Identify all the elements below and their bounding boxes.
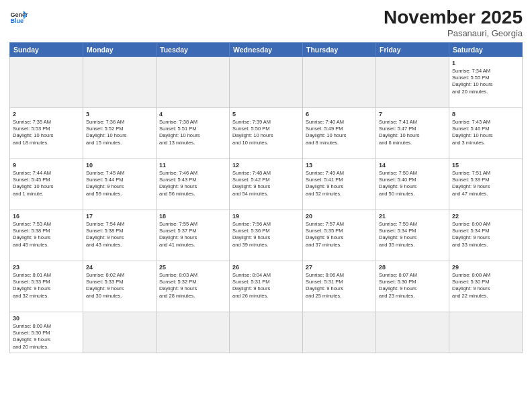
day-number: 9 <box>13 161 80 169</box>
day-info: Sunrise: 7:36 AM Sunset: 5:52 PM Dayligh… <box>86 119 153 146</box>
calendar-day-cell: 25Sunrise: 8:03 AM Sunset: 5:32 PM Dayli… <box>157 261 230 312</box>
calendar-day-cell: 11Sunrise: 7:46 AM Sunset: 5:43 PM Dayli… <box>157 159 230 210</box>
calendar-day-cell <box>230 312 303 353</box>
day-info: Sunrise: 8:04 AM Sunset: 5:31 PM Dayligh… <box>232 272 300 300</box>
day-number: 28 <box>379 263 446 271</box>
day-number: 18 <box>159 212 226 220</box>
calendar-day-cell: 14Sunrise: 7:50 AM Sunset: 5:40 PM Dayli… <box>376 159 449 210</box>
day-info: Sunrise: 8:00 AM Sunset: 5:34 PM Dayligh… <box>452 221 519 248</box>
day-number: 1 <box>452 59 519 67</box>
logo-icon: General Blue <box>9 7 28 26</box>
calendar-day-cell: 30Sunrise: 8:09 AM Sunset: 5:30 PM Dayli… <box>10 312 83 353</box>
calendar-day-cell: 9Sunrise: 7:44 AM Sunset: 5:45 PM Daylig… <box>10 159 83 210</box>
day-number: 8 <box>452 110 519 118</box>
calendar-day-cell: 22Sunrise: 8:00 AM Sunset: 5:34 PM Dayli… <box>449 210 523 261</box>
calendar-day-cell: 24Sunrise: 8:02 AM Sunset: 5:33 PM Dayli… <box>83 261 157 312</box>
day-info: Sunrise: 7:50 AM Sunset: 5:40 PM Dayligh… <box>379 170 446 197</box>
day-number: 10 <box>86 161 153 169</box>
calendar: Sunday Monday Tuesday Wednesday Thursday… <box>9 42 523 353</box>
calendar-day-cell: 21Sunrise: 7:59 AM Sunset: 5:34 PM Dayli… <box>376 210 449 261</box>
day-info: Sunrise: 7:40 AM Sunset: 5:49 PM Dayligh… <box>306 119 373 146</box>
calendar-day-cell: 29Sunrise: 8:08 AM Sunset: 5:30 PM Dayli… <box>449 261 523 312</box>
calendar-day-cell: 7Sunrise: 7:41 AM Sunset: 5:47 PM Daylig… <box>376 108 449 159</box>
calendar-day-cell <box>10 57 83 108</box>
day-number: 23 <box>13 263 80 271</box>
day-number: 12 <box>232 161 300 169</box>
day-number: 14 <box>379 161 446 169</box>
calendar-day-cell <box>157 57 230 108</box>
day-info: Sunrise: 8:03 AM Sunset: 5:32 PM Dayligh… <box>159 272 226 300</box>
day-info: Sunrise: 7:44 AM Sunset: 5:45 PM Dayligh… <box>13 170 80 197</box>
logo: General Blue <box>9 7 28 26</box>
week-row-3: 9Sunrise: 7:44 AM Sunset: 5:45 PM Daylig… <box>10 159 523 210</box>
day-number: 7 <box>379 110 446 118</box>
day-info: Sunrise: 7:53 AM Sunset: 5:38 PM Dayligh… <box>13 221 80 248</box>
day-info: Sunrise: 7:48 AM Sunset: 5:42 PM Dayligh… <box>232 170 300 197</box>
header-sunday: Sunday <box>10 43 83 57</box>
calendar-day-cell <box>449 312 523 353</box>
week-row-2: 2Sunrise: 7:35 AM Sunset: 5:53 PM Daylig… <box>10 108 523 159</box>
calendar-day-cell: 18Sunrise: 7:55 AM Sunset: 5:37 PM Dayli… <box>157 210 230 261</box>
day-info: Sunrise: 7:54 AM Sunset: 5:38 PM Dayligh… <box>86 221 153 248</box>
header: General Blue November 2025 Pasanauri, Ge… <box>9 7 523 38</box>
day-info: Sunrise: 7:51 AM Sunset: 5:39 PM Dayligh… <box>452 170 519 197</box>
day-info: Sunrise: 7:57 AM Sunset: 5:35 PM Dayligh… <box>306 221 373 248</box>
calendar-day-cell <box>83 312 157 353</box>
week-row-6: 30Sunrise: 8:09 AM Sunset: 5:30 PM Dayli… <box>10 312 523 353</box>
calendar-day-cell <box>303 312 376 353</box>
calendar-day-cell: 26Sunrise: 8:04 AM Sunset: 5:31 PM Dayli… <box>230 261 303 312</box>
calendar-day-cell <box>230 57 303 108</box>
day-info: Sunrise: 7:41 AM Sunset: 5:47 PM Dayligh… <box>379 119 446 146</box>
day-number: 3 <box>86 110 153 118</box>
svg-text:Blue: Blue <box>10 17 24 24</box>
day-info: Sunrise: 8:01 AM Sunset: 5:33 PM Dayligh… <box>13 272 80 300</box>
day-number: 29 <box>452 263 519 271</box>
calendar-day-cell <box>376 57 449 108</box>
day-number: 5 <box>232 110 300 118</box>
day-info: Sunrise: 7:49 AM Sunset: 5:41 PM Dayligh… <box>306 170 373 197</box>
calendar-day-cell: 23Sunrise: 8:01 AM Sunset: 5:33 PM Dayli… <box>10 261 83 312</box>
calendar-day-cell: 27Sunrise: 8:06 AM Sunset: 5:31 PM Dayli… <box>303 261 376 312</box>
day-info: Sunrise: 7:39 AM Sunset: 5:50 PM Dayligh… <box>232 119 300 146</box>
day-number: 24 <box>86 263 153 271</box>
day-info: Sunrise: 7:35 AM Sunset: 5:53 PM Dayligh… <box>13 119 80 146</box>
calendar-day-cell: 3Sunrise: 7:36 AM Sunset: 5:52 PM Daylig… <box>83 108 157 159</box>
calendar-day-cell: 13Sunrise: 7:49 AM Sunset: 5:41 PM Dayli… <box>303 159 376 210</box>
header-thursday: Thursday <box>303 43 376 57</box>
day-number: 17 <box>86 212 153 220</box>
calendar-day-cell: 1Sunrise: 7:34 AM Sunset: 5:55 PM Daylig… <box>449 57 523 108</box>
day-number: 11 <box>159 161 226 169</box>
calendar-day-cell: 15Sunrise: 7:51 AM Sunset: 5:39 PM Dayli… <box>449 159 523 210</box>
day-info: Sunrise: 8:09 AM Sunset: 5:30 PM Dayligh… <box>13 323 80 351</box>
day-number: 20 <box>306 212 373 220</box>
calendar-day-cell <box>303 57 376 108</box>
calendar-day-cell: 4Sunrise: 7:38 AM Sunset: 5:51 PM Daylig… <box>157 108 230 159</box>
week-row-5: 23Sunrise: 8:01 AM Sunset: 5:33 PM Dayli… <box>10 261 523 312</box>
calendar-day-cell: 2Sunrise: 7:35 AM Sunset: 5:53 PM Daylig… <box>10 108 83 159</box>
day-number: 2 <box>13 110 80 118</box>
calendar-day-cell: 12Sunrise: 7:48 AM Sunset: 5:42 PM Dayli… <box>230 159 303 210</box>
day-number: 4 <box>159 110 226 118</box>
day-info: Sunrise: 8:08 AM Sunset: 5:30 PM Dayligh… <box>452 272 519 300</box>
calendar-day-cell: 6Sunrise: 7:40 AM Sunset: 5:49 PM Daylig… <box>303 108 376 159</box>
calendar-day-cell: 19Sunrise: 7:56 AM Sunset: 5:36 PM Dayli… <box>230 210 303 261</box>
day-info: Sunrise: 7:43 AM Sunset: 5:46 PM Dayligh… <box>452 119 519 146</box>
day-info: Sunrise: 7:45 AM Sunset: 5:44 PM Dayligh… <box>86 170 153 197</box>
page-title: November 2025 <box>384 7 523 28</box>
calendar-day-cell: 5Sunrise: 7:39 AM Sunset: 5:50 PM Daylig… <box>230 108 303 159</box>
calendar-day-cell: 20Sunrise: 7:57 AM Sunset: 5:35 PM Dayli… <box>303 210 376 261</box>
day-number: 30 <box>13 314 80 322</box>
day-info: Sunrise: 7:56 AM Sunset: 5:36 PM Dayligh… <box>232 221 300 248</box>
weekday-header-row: Sunday Monday Tuesday Wednesday Thursday… <box>10 43 523 57</box>
calendar-day-cell: 28Sunrise: 8:07 AM Sunset: 5:30 PM Dayli… <box>376 261 449 312</box>
week-row-4: 16Sunrise: 7:53 AM Sunset: 5:38 PM Dayli… <box>10 210 523 261</box>
day-number: 19 <box>232 212 300 220</box>
header-friday: Friday <box>376 43 449 57</box>
day-info: Sunrise: 7:46 AM Sunset: 5:43 PM Dayligh… <box>159 170 226 197</box>
calendar-day-cell: 10Sunrise: 7:45 AM Sunset: 5:44 PM Dayli… <box>83 159 157 210</box>
day-number: 22 <box>452 212 519 220</box>
header-saturday: Saturday <box>449 43 523 57</box>
header-monday: Monday <box>83 43 157 57</box>
calendar-day-cell <box>157 312 230 353</box>
day-number: 27 <box>306 263 373 271</box>
